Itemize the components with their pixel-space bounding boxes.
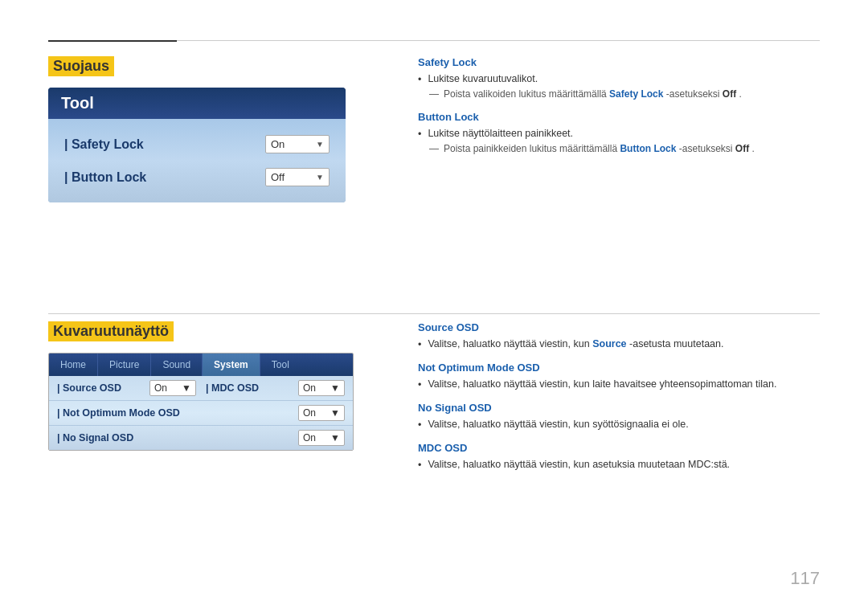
osd-row-no-signal: No Signal OSD On ▼ — [49, 426, 353, 450]
source-osd-label: Source OSD — [57, 382, 145, 394]
not-optimum-osd-value: On — [303, 407, 316, 419]
button-lock-bullet: • Lukitse näyttölaitteen painikkeet. — [418, 128, 820, 140]
source-osd-heading: Source OSD — [418, 321, 820, 333]
section1-left: Suojaus Tool Safety Lock On ▼ Button Loc… — [48, 56, 386, 202]
osd-row-not-optimum: Not Optimum Mode OSD On ▼ — [49, 401, 353, 426]
osd-tabs: Home Picture Sound System Tool — [49, 353, 353, 376]
tab-tool[interactable]: Tool — [260, 353, 301, 376]
tab-home[interactable]: Home — [49, 353, 98, 376]
button-lock-value: Off — [271, 171, 285, 183]
tab-sound[interactable]: Sound — [151, 353, 203, 376]
button-lock-arrow: ▼ — [316, 173, 324, 182]
section-divider — [48, 313, 820, 314]
button-lock-bullet-text: Lukitse näyttölaitteen painikkeet. — [428, 128, 573, 139]
section2-left: Kuvaruutunäyttö Home Picture Sound Syste… — [48, 321, 394, 451]
button-lock-dash-text: Poista painikkeiden lukitus määrittämäll… — [444, 143, 755, 154]
top-line-accent — [48, 40, 177, 42]
not-optimum-osd-bullet: • Valitse, haluatko näyttää viestin, kun… — [418, 378, 820, 390]
mdc-osd-arrow: ▼ — [330, 382, 340, 394]
bullet-dot-1: • — [418, 74, 421, 85]
safety-lock-heading: Safety Lock — [418, 56, 820, 68]
tool-panel: Tool Safety Lock On ▼ Button Lock Off ▼ — [48, 88, 346, 202]
button-lock-select[interactable]: Off ▼ — [265, 168, 330, 186]
no-signal-osd-heading: No Signal OSD — [418, 402, 820, 414]
osd-body: Source OSD On ▼ MDC OSD On ▼ Not Optimum… — [49, 376, 353, 450]
page-number: 117 — [790, 568, 820, 589]
mdc-osd-heading: MDC OSD — [418, 442, 820, 454]
button-lock-label: Button Lock — [64, 170, 265, 185]
no-signal-osd-arrow: ▼ — [330, 432, 340, 443]
tool-row-button-lock: Button Lock Off ▼ — [64, 168, 330, 186]
bullet-dot-5: • — [418, 419, 421, 431]
no-signal-osd-label: No Signal OSD — [57, 432, 293, 443]
source-osd-arrow: ▼ — [182, 382, 191, 394]
safety-lock-bullet: • Lukitse kuvaruutuvalikot. — [418, 73, 820, 85]
source-osd-bullet-text: Valitse, haluatko näyttää viestin, kun S… — [428, 338, 723, 349]
safety-lock-dash-text: Poista valikoiden lukitus määrittämällä … — [444, 88, 742, 100]
safety-lock-value: On — [271, 138, 285, 150]
not-optimum-osd-arrow: ▼ — [330, 407, 340, 419]
osd-row-source: Source OSD On ▼ MDC OSD On ▼ — [49, 376, 353, 401]
safety-lock-select[interactable]: On ▼ — [265, 135, 330, 153]
button-lock-heading: Button Lock — [418, 111, 820, 123]
no-signal-osd-select[interactable]: On ▼ — [298, 430, 345, 446]
no-signal-osd-value: On — [303, 432, 316, 443]
safety-lock-bullet-text: Lukitse kuvaruutuvalikot. — [428, 73, 538, 84]
bullet-dot-2: • — [418, 129, 421, 140]
dash-dash-2: ― — [429, 143, 439, 154]
bullet-dot-3: • — [418, 339, 421, 350]
section1-title: Suojaus — [48, 56, 114, 76]
tool-row-safety-lock: Safety Lock On ▼ — [64, 135, 330, 153]
safety-lock-arrow: ▼ — [316, 140, 324, 149]
bullet-dot-6: • — [418, 460, 421, 471]
source-osd-bullet: • Valitse, haluatko näyttää viestin, kun… — [418, 338, 820, 350]
safety-lock-label: Safety Lock — [64, 137, 265, 152]
mdc-osd-bullet-text: Valitse, haluatko näyttää viestin, kun a… — [428, 459, 730, 470]
source-osd-value: On — [154, 382, 167, 394]
no-signal-osd-bullet-text: Valitse, haluatko näyttää viestin, kun s… — [428, 419, 688, 430]
tab-picture[interactable]: Picture — [98, 353, 151, 376]
mdc-osd-label: MDC OSD — [206, 382, 293, 394]
not-optimum-osd-bullet-text: Valitse, haluatko näyttää viestin, kun l… — [428, 378, 776, 390]
mdc-osd-select[interactable]: On ▼ — [298, 380, 345, 396]
no-signal-osd-bullet: • Valitse, haluatko näyttää viestin, kun… — [418, 419, 820, 431]
osd-panel: Home Picture Sound System Tool Source OS… — [48, 353, 354, 451]
tool-panel-body: Safety Lock On ▼ Button Lock Off ▼ — [48, 119, 346, 202]
not-optimum-osd-label: Not Optimum Mode OSD — [57, 407, 293, 419]
safety-lock-dash: ― Poista valikoiden lukitus määrittämäll… — [418, 88, 820, 100]
mdc-osd-bullet: • Valitse, haluatko näyttää viestin, kun… — [418, 459, 820, 471]
section2-title: Kuvaruutunäyttö — [48, 321, 174, 341]
tab-system[interactable]: System — [203, 353, 260, 376]
bullet-dot-4: • — [418, 379, 421, 390]
source-osd-select[interactable]: On ▼ — [149, 380, 196, 396]
not-optimum-osd-heading: Not Optimum Mode OSD — [418, 362, 820, 374]
dash-dash-1: ― — [429, 88, 439, 100]
mdc-osd-value: On — [303, 382, 316, 394]
button-lock-dash: ― Poista painikkeiden lukitus määrittämä… — [418, 143, 820, 154]
section1-right: Safety Lock • Lukitse kuvaruutuvalikot. … — [418, 56, 820, 157]
tool-panel-header: Tool — [48, 88, 346, 119]
not-optimum-osd-select[interactable]: On ▼ — [298, 405, 345, 421]
section2-right: Source OSD • Valitse, haluatko näyttää v… — [418, 321, 820, 474]
